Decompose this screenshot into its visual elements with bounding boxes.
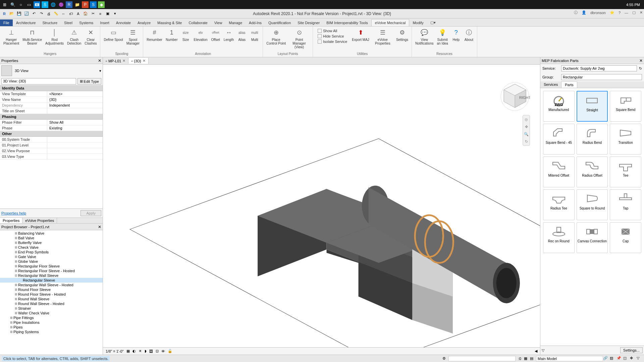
- properties-section-header[interactable]: Phasing: [0, 114, 103, 120]
- 3d-viewport[interactable]: RIGHT ◎ ✥ 🔍 ↻: [103, 65, 540, 347]
- view-tab[interactable]: ▫MP-L01✕: [103, 58, 128, 64]
- alias-button[interactable]: aliasAlias: [236, 27, 248, 51]
- show-all-check[interactable]: Show All: [316, 28, 348, 33]
- fabrication-settings-button[interactable]: Settings...: [620, 347, 643, 353]
- view-tab[interactable]: ▫{3D}✕: [128, 58, 148, 64]
- part-tile-sqround[interactable]: Square to Round: [577, 189, 608, 220]
- fab-tab-services[interactable]: Services: [540, 81, 561, 88]
- sun-path-icon[interactable]: ☀: [139, 349, 142, 353]
- isolate-service-check[interactable]: Isolate Service: [316, 39, 348, 44]
- switch-windows-icon[interactable]: ▾: [112, 11, 118, 17]
- tab-collaborate[interactable]: Collaborate: [185, 19, 211, 26]
- app-icon[interactable]: R: [66, 1, 72, 8]
- help-button[interactable]: ?Help: [450, 27, 462, 51]
- crop-icon[interactable]: ⊡: [156, 349, 159, 353]
- expand-icon[interactable]: ⊞: [14, 311, 18, 315]
- group-dropdown[interactable]: Rectangular: [561, 74, 642, 80]
- tab-manage[interactable]: Manage: [225, 19, 246, 26]
- view-notifications-button[interactable]: 💬ViewNotifications: [414, 27, 435, 51]
- tab-insert[interactable]: Insert: [97, 19, 113, 26]
- type-dropdown[interactable]: 3D View: [15, 69, 97, 73]
- tree-item[interactable]: ⊞Rectangular Wall Sleeve - Hosted: [0, 283, 103, 287]
- expand-icon[interactable]: ⊞: [14, 269, 18, 273]
- tab-massing[interactable]: Massing & Site: [154, 19, 185, 26]
- export-maj-button[interactable]: ⬆Export MAJ: [351, 27, 371, 51]
- properties-row[interactable]: PhaseExisting: [0, 125, 103, 131]
- scale-label[interactable]: 1/8" = 1'-0": [106, 349, 124, 353]
- expand-icon[interactable]: ⊞: [14, 241, 18, 244]
- apply-button[interactable]: Apply: [80, 210, 101, 216]
- tree-item[interactable]: ⊞Round Floor Sleeve - Hosted: [0, 292, 103, 297]
- app-icon[interactable]: 🟣: [58, 1, 64, 8]
- scroll-left-icon[interactable]: ◀: [535, 349, 537, 353]
- tree-item[interactable]: ⊞Round Wall Sleeve - Hosted: [0, 301, 103, 306]
- multi-service-bearer-button[interactable]: ⊓Multi-ServiceBearer: [21, 27, 43, 51]
- start-icon[interactable]: ⊞: [1, 1, 8, 8]
- user-name[interactable]: dbronson: [590, 11, 606, 15]
- expand-icon[interactable]: ⊞: [9, 316, 13, 319]
- expand-icon[interactable]: ⊞: [14, 288, 18, 291]
- open-icon[interactable]: 📂: [9, 11, 15, 17]
- close-icon[interactable]: ✕: [639, 58, 643, 63]
- service-dropdown[interactable]: Ductwork: Supply Air 2wg: [561, 65, 637, 71]
- tree-item[interactable]: ⊞Pipe Fittings: [0, 315, 103, 320]
- filter-icon[interactable]: ▽: [637, 356, 642, 361]
- property-value[interactable]: <None>: [47, 91, 103, 97]
- close-icon[interactable]: ✕: [640, 10, 643, 15]
- submit-idea-button[interactable]: 💡Submitan Idea: [435, 27, 449, 51]
- tree-item[interactable]: ⊞Pipe Insulations: [0, 320, 103, 325]
- expand-icon[interactable]: ⊞: [9, 325, 13, 329]
- tab-addins[interactable]: Add-Ins: [246, 19, 265, 26]
- size-button[interactable]: sizeSize: [179, 27, 192, 51]
- tree-item[interactable]: ⊞Piping Systems: [0, 329, 103, 334]
- tree-item[interactable]: ⊞Strainer: [0, 306, 103, 311]
- taskview-icon[interactable]: ▭: [25, 1, 32, 8]
- tab-options-icon[interactable]: ▢▾: [427, 19, 439, 26]
- hanger-placement-button[interactable]: ⊥HangerPlacement: [2, 27, 20, 51]
- drag-elements-icon[interactable]: ✥: [630, 356, 635, 361]
- dimension-icon[interactable]: ↔: [60, 11, 66, 17]
- reload-icon[interactable]: ↻: [639, 66, 642, 71]
- sub-tab-evolve[interactable]: eVolve Properties: [22, 218, 57, 223]
- steering-wheel-icon[interactable]: ◎: [524, 117, 529, 122]
- properties-row[interactable]: DependencyIndependent: [0, 103, 103, 108]
- thin-lines-icon[interactable]: ≡: [97, 11, 103, 17]
- tree-item[interactable]: ⊞Ball Valve: [0, 236, 103, 240]
- part-tile-radbend[interactable]: Radius Bend: [577, 124, 608, 155]
- tree-item[interactable]: ⊞Round Floor Sleeve: [0, 287, 103, 292]
- expand-icon[interactable]: ⊞: [14, 246, 18, 249]
- expand-icon[interactable]: ⊞: [14, 297, 18, 301]
- expand-icon[interactable]: ⊞: [14, 250, 18, 254]
- tree-item[interactable]: ⊞Check Valve: [0, 245, 103, 250]
- tab-sitedesigner[interactable]: Site Designer: [294, 19, 323, 26]
- shadows-icon[interactable]: ◗: [145, 349, 147, 353]
- infocenter-icon[interactable]: ⓘ: [574, 10, 578, 15]
- tree-item[interactable]: ⊞Wafer Check Valve: [0, 311, 103, 315]
- rod-adjustments-button[interactable]: │RodAdjustments: [44, 27, 65, 51]
- expand-icon[interactable]: ⊟: [14, 274, 18, 277]
- tree-item[interactable]: ⊞Balancing Valve: [0, 231, 103, 236]
- design-option-input[interactable]: [536, 356, 603, 361]
- text-icon[interactable]: A: [75, 11, 81, 17]
- properties-help-link[interactable]: Properties help: [1, 211, 26, 215]
- redo-icon[interactable]: ↷: [38, 11, 44, 17]
- multi-button[interactable]: multiMulti: [249, 27, 261, 51]
- expand-icon[interactable]: ⊞: [14, 236, 18, 240]
- part-tile-sqbend45[interactable]: Square Bend - 45: [543, 124, 575, 155]
- section-icon[interactable]: ✂: [90, 11, 96, 17]
- close-icon[interactable]: ✕: [98, 225, 101, 229]
- expand-icon[interactable]: ⊞: [9, 330, 13, 334]
- settings-button[interactable]: ⚙Settings: [395, 27, 410, 51]
- revit-logo-icon[interactable]: R: [1, 11, 7, 17]
- help-icon[interactable]: ?: [619, 11, 621, 15]
- properties-section-header[interactable]: Other: [0, 131, 103, 137]
- property-value[interactable]: Existing: [47, 125, 103, 131]
- app-icon[interactable]: S: [90, 1, 97, 8]
- cortana-icon[interactable]: ○: [17, 1, 24, 8]
- edit-type-button[interactable]: ⊞ Edit Type: [77, 78, 101, 84]
- tab-annotate[interactable]: Annotate: [113, 19, 134, 26]
- clock[interactable]: 4:55 PM: [626, 3, 643, 7]
- properties-row[interactable]: View Name{3D}: [0, 97, 103, 103]
- fab-tab-parts[interactable]: Parts: [561, 81, 577, 88]
- tab-file[interactable]: File: [0, 19, 13, 26]
